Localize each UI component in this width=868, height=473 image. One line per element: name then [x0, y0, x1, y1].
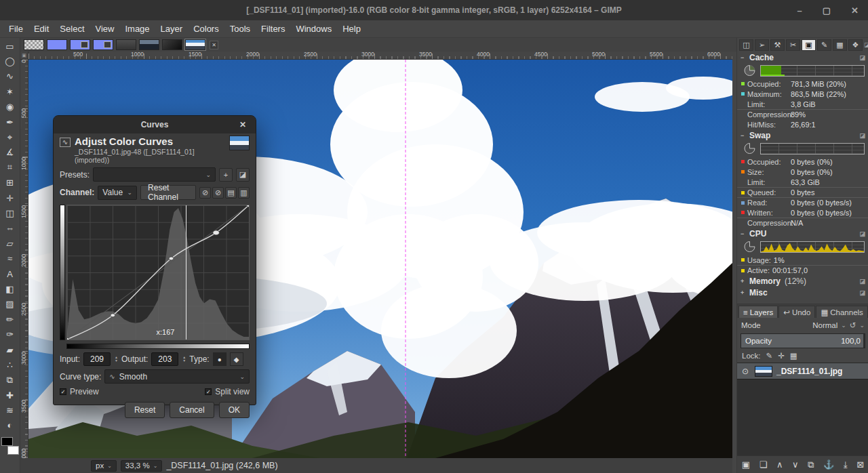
tool-bucket-fill[interactable]: ◧ — [1, 281, 19, 296]
add-preset-button[interactable]: + — [219, 168, 233, 182]
image-tab-solid-blue[interactable] — [47, 39, 67, 50]
mode-reset-icon[interactable]: ↺ — [850, 321, 856, 330]
dock-tab-patterns[interactable]: ▦ — [833, 39, 847, 51]
tool-unified-transform[interactable]: ⊞ — [1, 176, 19, 190]
tool-foreground-select[interactable]: ◉ — [1, 100, 19, 115]
memory-section-header[interactable]: + Memory (12%) ◪ — [737, 275, 868, 287]
dock-menu-icon[interactable]: ◪ — [864, 41, 868, 48]
visibility-eye-icon[interactable]: ⊙ — [740, 367, 751, 376]
misc-section-header[interactable]: + Misc ◪ — [737, 287, 868, 298]
icon-new-group[interactable]: ❏ — [760, 459, 768, 470]
mode-combo[interactable]: Normal ⌄ ↺ ⌄ — [812, 321, 865, 330]
horizontal-ruler[interactable]: 5001000150020002500300035004000450050005… — [28, 52, 732, 60]
dock-tab-paint-dynamics[interactable]: ✎ — [817, 39, 831, 51]
menu-item-colors[interactable]: Colors — [188, 20, 224, 37]
color-swatches[interactable] — [1, 436, 19, 455]
tool-eraser[interactable]: ▰ — [1, 342, 19, 357]
section-menu-icon[interactable]: ◪ — [859, 132, 865, 139]
expander-icon[interactable]: + — [741, 289, 747, 296]
tool-free-select[interactable]: ∿ — [1, 69, 19, 84]
tool-airbrush[interactable]: ∴ — [1, 357, 19, 372]
close-button[interactable]: ✕ — [851, 5, 859, 16]
tool-heal[interactable]: ✚ — [1, 388, 19, 403]
toggle-linear-histogram[interactable]: ⊘ — [199, 187, 211, 199]
dock-tab-pointer[interactable]: ➢ — [755, 39, 769, 51]
tool-color-picker[interactable]: ⌖ — [1, 129, 19, 144]
split-view-checkbox[interactable]: ✓ — [205, 388, 212, 395]
expander-icon[interactable]: + — [741, 278, 747, 285]
tool-text[interactable]: A — [1, 266, 19, 281]
tool-fuzzy-select[interactable]: ✶ — [1, 84, 19, 99]
menu-item-select[interactable]: Select — [54, 20, 90, 37]
tool-measure[interactable]: ∡ — [1, 145, 19, 160]
tool-crop[interactable]: ⌗ — [1, 160, 19, 175]
expander-icon[interactable]: − — [741, 230, 747, 237]
section-menu-icon[interactable]: ◪ — [859, 289, 865, 296]
menu-item-filters[interactable]: Filters — [256, 20, 290, 37]
toggle-histogram-scale-1[interactable]: ▤ — [225, 187, 237, 199]
dock-tab-dashboard[interactable]: ▣ — [802, 39, 816, 51]
dock-tab-layers[interactable]: ≡ Layers — [738, 306, 778, 318]
dock-tab-error-console[interactable]: ✂ — [786, 39, 800, 51]
menu-item-layer[interactable]: Layer — [155, 20, 189, 37]
image-tab-dark-gradient[interactable] — [162, 39, 182, 50]
icon-anchor-layer[interactable]: ⚓ — [823, 459, 834, 470]
opacity-slider[interactable]: Opacity 100,0 — [741, 333, 865, 348]
cache-section-header[interactable]: − Cache ◪ — [737, 52, 868, 63]
icon-delete-layer[interactable]: ⊠ — [856, 459, 864, 470]
curves-close-icon[interactable]: ✕ — [237, 119, 248, 130]
tool-ellipse-select[interactable]: ◯ — [1, 54, 19, 68]
ruler-corner[interactable]: ▣ — [20, 52, 28, 60]
dock-tab-device-status[interactable]: ◫ — [739, 39, 753, 51]
point-type-smooth-button[interactable]: ● — [213, 352, 226, 366]
unit-combo[interactable]: px ⌄ — [91, 460, 117, 472]
image-tab-mountains-dark[interactable] — [139, 39, 159, 50]
curve-type-combo[interactable]: ∿ Smooth ⌄ — [104, 369, 250, 384]
point-type-corner-button[interactable]: ◆ — [230, 352, 243, 366]
presets-combo[interactable]: ⌄ — [93, 167, 216, 182]
section-menu-icon[interactable]: ◪ — [859, 54, 865, 61]
tool-clone[interactable]: ⧉ — [1, 373, 19, 388]
menu-item-help[interactable]: Help — [337, 20, 366, 37]
curves-dialog-titlebar[interactable]: Curves ✕ — [54, 116, 256, 133]
menu-item-edit[interactable]: Edit — [28, 20, 54, 37]
toggle-histogram-scale-2[interactable]: ▥ — [238, 187, 250, 199]
preset-menu-button[interactable]: ◪ — [236, 168, 250, 182]
section-menu-icon[interactable]: ◪ — [859, 230, 865, 237]
output-spinbox[interactable]: 203 — [151, 352, 178, 366]
menu-item-tools[interactable]: Tools — [224, 20, 256, 37]
zoom-combo[interactable]: 33,3 % ⌄ — [121, 460, 163, 472]
spinner-arrows-icon[interactable]: ▲▼ — [182, 356, 186, 363]
toggle-log-histogram[interactable]: ⊘ — [212, 187, 224, 199]
lock-icon-lock-alpha-icon[interactable]: ▦ — [790, 351, 797, 361]
lock-icon-lock-pixels-icon[interactable]: ✎ — [766, 351, 773, 361]
vertical-ruler[interactable]: 05001000150020002500300035004000 — [20, 60, 28, 458]
image-tab-pattern[interactable] — [24, 39, 44, 50]
channel-combo[interactable]: Value ⌄ — [98, 186, 137, 200]
spinner-arrows-icon[interactable]: ▲▼ — [115, 356, 118, 363]
chevron-down-icon[interactable]: ⌄ — [859, 322, 865, 329]
tool-paths[interactable]: ✒ — [1, 115, 19, 129]
preview-checkbox[interactable]: ✓ — [60, 388, 66, 395]
tool-gradient[interactable]: ▨ — [1, 297, 19, 312]
icon-lower-layer[interactable]: ∨ — [792, 459, 799, 470]
layer-row[interactable]: ⊙ _DSF1114_01.jpg — [737, 363, 868, 379]
tool-paintbrush[interactable]: ✑ — [1, 327, 19, 342]
icon-duplicate-layer[interactable]: ⧉ — [808, 459, 814, 470]
dock-tab-symmetry-painting[interactable]: ❖ — [848, 39, 863, 51]
lock-icon-lock-position-icon[interactable]: ✛ — [778, 351, 785, 361]
ok-button[interactable]: OK — [219, 402, 250, 418]
tool-dodge-burn[interactable]: ◐ — [1, 418, 19, 433]
menu-item-view[interactable]: View — [90, 20, 120, 37]
expander-icon[interactable]: − — [741, 132, 747, 139]
cpu-section-header[interactable]: − CPU ◪ — [737, 228, 868, 239]
icon-new-layer[interactable]: ▣ — [742, 459, 750, 470]
tool-rectangle-select[interactable]: ▭ — [1, 39, 19, 54]
reset-channel-button[interactable]: Reset Channel — [140, 185, 196, 200]
image-tab-blue-doc-1[interactable] — [70, 39, 90, 50]
tool-smudge[interactable]: ≋ — [1, 403, 19, 417]
curve-grid[interactable]: x:167 — [66, 205, 250, 340]
dock-tab-channels[interactable]: ▦ Channels — [816, 306, 867, 318]
dock-tab-tool-presets[interactable]: ⚒ — [770, 39, 785, 51]
menu-item-windows[interactable]: Windows — [290, 20, 337, 37]
